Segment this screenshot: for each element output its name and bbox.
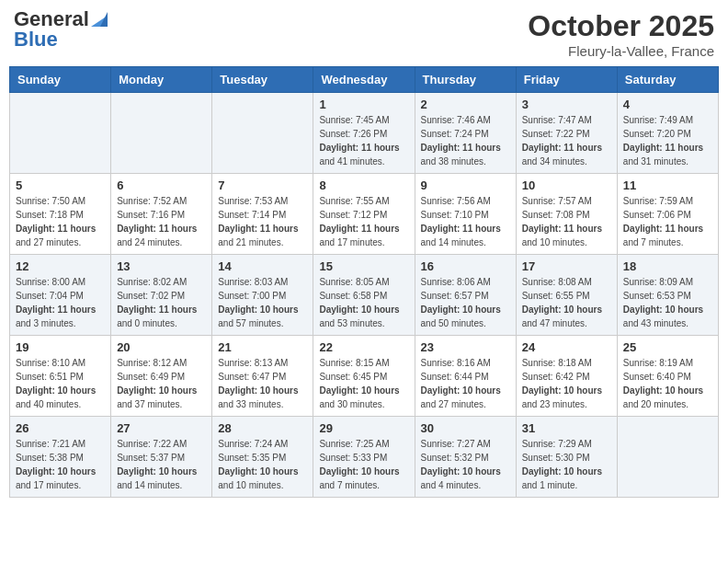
calendar-cell [617,417,718,498]
calendar-cell [212,93,313,174]
day-info: Sunrise: 7:25 AMSunset: 5:33 PMDaylight:… [319,437,408,492]
calendar-cell: 6Sunrise: 7:52 AMSunset: 7:16 PMDaylight… [111,174,212,255]
calendar-cell: 27Sunrise: 7:22 AMSunset: 5:37 PMDayligh… [111,417,212,498]
day-number: 16 [421,259,510,273]
calendar-cell: 17Sunrise: 8:08 AMSunset: 6:55 PMDayligh… [516,255,617,336]
day-number: 4 [623,98,712,111]
day-number: 25 [623,340,712,354]
calendar-cell: 16Sunrise: 8:06 AMSunset: 6:57 PMDayligh… [415,255,516,336]
day-info: Sunrise: 8:00 AMSunset: 7:04 PMDaylight:… [16,275,105,330]
calendar-cell: 7Sunrise: 7:53 AMSunset: 7:14 PMDaylight… [212,174,313,255]
day-number: 2 [421,98,510,111]
day-number: 28 [218,421,307,435]
day-number: 3 [522,98,611,111]
weekday-header-row: SundayMondayTuesdayWednesdayThursdayFrid… [10,67,719,93]
calendar-week-row: 26Sunrise: 7:21 AMSunset: 5:38 PMDayligh… [10,417,719,498]
day-number: 31 [522,421,611,435]
day-info: Sunrise: 8:10 AMSunset: 6:51 PMDaylight:… [16,356,105,411]
calendar-cell: 25Sunrise: 8:19 AMSunset: 6:40 PMDayligh… [617,336,718,417]
day-number: 11 [623,178,712,192]
calendar-cell: 31Sunrise: 7:29 AMSunset: 5:30 PMDayligh… [516,417,617,498]
day-number: 19 [16,340,105,354]
logo-general-text: General [14,9,89,29]
day-number: 12 [16,259,105,273]
calendar-cell [111,93,212,174]
calendar-week-row: 19Sunrise: 8:10 AMSunset: 6:51 PMDayligh… [10,336,719,417]
calendar-cell: 13Sunrise: 8:02 AMSunset: 7:02 PMDayligh… [111,255,212,336]
calendar-cell: 29Sunrise: 7:25 AMSunset: 5:33 PMDayligh… [313,417,415,498]
day-info: Sunrise: 8:05 AMSunset: 6:58 PMDaylight:… [319,275,408,330]
calendar-cell: 14Sunrise: 8:03 AMSunset: 7:00 PMDayligh… [212,255,313,336]
month-title: October 2025 [528,9,714,43]
calendar-cell: 20Sunrise: 8:12 AMSunset: 6:49 PMDayligh… [111,336,212,417]
calendar-cell: 8Sunrise: 7:55 AMSunset: 7:12 PMDaylight… [313,174,415,255]
calendar-cell: 19Sunrise: 8:10 AMSunset: 6:51 PMDayligh… [10,336,111,417]
calendar-week-row: 1Sunrise: 7:45 AMSunset: 7:26 PMDaylight… [10,93,719,174]
logo: General Blue [14,9,108,50]
day-info: Sunrise: 8:15 AMSunset: 6:45 PMDaylight:… [319,356,408,411]
weekday-header-wednesday: Wednesday [313,67,415,93]
calendar-cell: 28Sunrise: 7:24 AMSunset: 5:35 PMDayligh… [212,417,313,498]
day-number: 14 [218,259,307,273]
day-info: Sunrise: 7:21 AMSunset: 5:38 PMDaylight:… [16,437,105,492]
day-number: 29 [319,421,408,435]
day-number: 22 [319,340,408,354]
day-number: 9 [421,178,510,192]
day-info: Sunrise: 7:24 AMSunset: 5:35 PMDaylight:… [218,437,307,492]
day-info: Sunrise: 7:50 AMSunset: 7:18 PMDaylight:… [16,194,105,249]
calendar-cell: 22Sunrise: 8:15 AMSunset: 6:45 PMDayligh… [313,336,415,417]
day-info: Sunrise: 7:46 AMSunset: 7:24 PMDaylight:… [421,113,510,168]
calendar-cell: 15Sunrise: 8:05 AMSunset: 6:58 PMDayligh… [313,255,415,336]
logo-bird-icon [91,8,108,27]
day-info: Sunrise: 8:12 AMSunset: 6:49 PMDaylight:… [117,356,206,411]
weekday-header-monday: Monday [111,67,212,93]
calendar-cell: 23Sunrise: 8:16 AMSunset: 6:44 PMDayligh… [415,336,516,417]
calendar-cell: 26Sunrise: 7:21 AMSunset: 5:38 PMDayligh… [10,417,111,498]
calendar-cell: 18Sunrise: 8:09 AMSunset: 6:53 PMDayligh… [617,255,718,336]
weekday-header-thursday: Thursday [415,67,516,93]
day-info: Sunrise: 8:16 AMSunset: 6:44 PMDaylight:… [421,356,510,411]
location-text: Fleury-la-Vallee, France [528,43,714,59]
day-info: Sunrise: 8:03 AMSunset: 7:00 PMDaylight:… [218,275,307,330]
day-number: 1 [319,98,408,111]
weekday-header-tuesday: Tuesday [212,67,313,93]
day-number: 18 [623,259,712,273]
calendar-cell: 3Sunrise: 7:47 AMSunset: 7:22 PMDaylight… [516,93,617,174]
calendar-cell: 24Sunrise: 8:18 AMSunset: 6:42 PMDayligh… [516,336,617,417]
day-number: 13 [117,259,206,273]
logo-blue-text: Blue [14,29,58,50]
title-area: October 2025 Fleury-la-Vallee, France [528,9,714,59]
day-info: Sunrise: 8:18 AMSunset: 6:42 PMDaylight:… [522,356,611,411]
day-info: Sunrise: 7:53 AMSunset: 7:14 PMDaylight:… [218,194,307,249]
day-number: 6 [117,178,206,192]
day-number: 24 [522,340,611,354]
day-number: 27 [117,421,206,435]
day-number: 23 [421,340,510,354]
day-info: Sunrise: 8:06 AMSunset: 6:57 PMDaylight:… [421,275,510,330]
day-info: Sunrise: 8:08 AMSunset: 6:55 PMDaylight:… [522,275,611,330]
calendar-cell: 11Sunrise: 7:59 AMSunset: 7:06 PMDayligh… [617,174,718,255]
day-info: Sunrise: 7:49 AMSunset: 7:20 PMDaylight:… [623,113,712,168]
day-info: Sunrise: 8:13 AMSunset: 6:47 PMDaylight:… [218,356,307,411]
day-info: Sunrise: 7:22 AMSunset: 5:37 PMDaylight:… [117,437,206,492]
day-info: Sunrise: 7:59 AMSunset: 7:06 PMDaylight:… [623,194,712,249]
day-info: Sunrise: 8:09 AMSunset: 6:53 PMDaylight:… [623,275,712,330]
calendar-cell: 12Sunrise: 8:00 AMSunset: 7:04 PMDayligh… [10,255,111,336]
day-number: 7 [218,178,307,192]
day-info: Sunrise: 7:27 AMSunset: 5:32 PMDaylight:… [421,437,510,492]
day-number: 10 [522,178,611,192]
weekday-header-saturday: Saturday [617,67,718,93]
weekday-header-sunday: Sunday [10,67,111,93]
calendar-cell: 30Sunrise: 7:27 AMSunset: 5:32 PMDayligh… [415,417,516,498]
day-info: Sunrise: 7:56 AMSunset: 7:10 PMDaylight:… [421,194,510,249]
day-info: Sunrise: 8:19 AMSunset: 6:40 PMDaylight:… [623,356,712,411]
calendar-cell: 5Sunrise: 7:50 AMSunset: 7:18 PMDaylight… [10,174,111,255]
day-info: Sunrise: 7:57 AMSunset: 7:08 PMDaylight:… [522,194,611,249]
calendar-table: SundayMondayTuesdayWednesdayThursdayFrid… [9,66,719,498]
day-info: Sunrise: 7:52 AMSunset: 7:16 PMDaylight:… [117,194,206,249]
day-number: 20 [117,340,206,354]
calendar-week-row: 12Sunrise: 8:00 AMSunset: 7:04 PMDayligh… [10,255,719,336]
day-number: 8 [319,178,408,192]
day-info: Sunrise: 8:02 AMSunset: 7:02 PMDaylight:… [117,275,206,330]
calendar-cell: 21Sunrise: 8:13 AMSunset: 6:47 PMDayligh… [212,336,313,417]
